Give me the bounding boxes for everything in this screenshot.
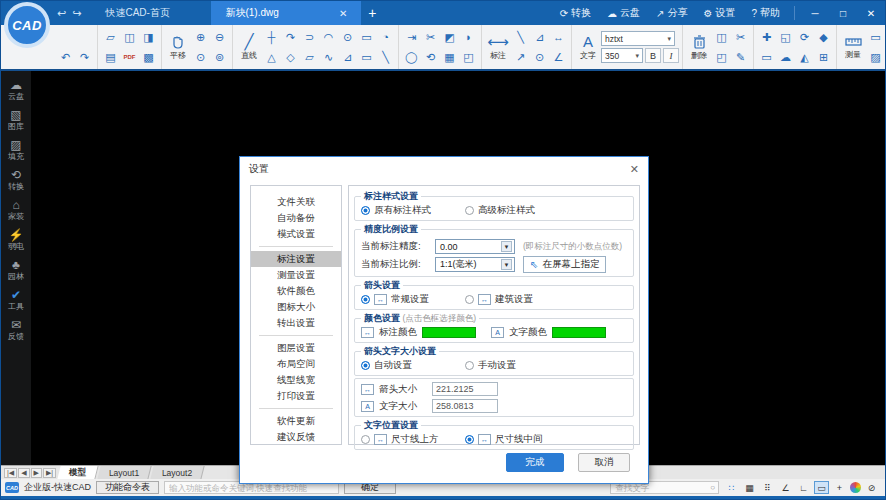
clipboard-icon-0-0[interactable]: ◫ xyxy=(712,27,731,47)
scale-select[interactable]: 1:1(毫米) ▼ xyxy=(435,257,515,272)
dimension-icon-0-1[interactable]: ⊿ xyxy=(530,27,549,47)
draw-icon-0-1[interactable]: ↷ xyxy=(281,27,300,47)
tab-close-icon[interactable]: ✕ xyxy=(339,8,347,19)
dialog-menu-item[interactable]: 转出设置 xyxy=(251,315,341,331)
radio-original-style[interactable]: 原有标注样式 xyxy=(361,204,465,217)
color-wheel-icon[interactable]: ◉ xyxy=(850,482,861,493)
dialog-menu-item[interactable]: 软件颜色 xyxy=(251,283,341,299)
precision-select[interactable]: 0.00 ▼ xyxy=(435,239,515,254)
ortho-icon[interactable]: ∟ xyxy=(796,481,811,494)
dialog-menu-item[interactable]: 软件更新 xyxy=(251,413,341,429)
draw-icon-0-0[interactable]: ┼ xyxy=(262,27,281,47)
polar-tracking-icon[interactable]: ∠ xyxy=(778,481,793,494)
pan-zoom-icon-0-1[interactable]: ⊖ xyxy=(210,27,229,47)
clipboard-icon-1-1[interactable]: ✎ xyxy=(731,47,750,67)
modify-icon-1-2[interactable]: ▦ xyxy=(440,47,459,67)
measure-icon-1-0[interactable]: ▨ xyxy=(866,47,885,67)
arrow-size-input[interactable] xyxy=(432,382,498,396)
back-icon[interactable]: ↩ xyxy=(57,7,66,20)
dimension-big[interactable]: ⟷标注 xyxy=(485,34,511,60)
text-big[interactable]: A文字 xyxy=(575,34,601,60)
radio-text-above-line[interactable]: ↔ 尺寸线上方 xyxy=(361,433,465,446)
dialog-menu-item[interactable]: 线型线宽 xyxy=(251,372,341,388)
draw-icon-1-5[interactable]: ▭ xyxy=(357,47,376,67)
bold-button[interactable]: B xyxy=(645,48,661,63)
draw-big[interactable]: ╱直线 xyxy=(236,34,262,60)
dialog-menu-item[interactable]: 图层设置 xyxy=(251,340,341,356)
dialog-menu-item[interactable]: 测量设置 xyxy=(251,267,341,283)
sidebar-item-tools[interactable]: ✔工具 xyxy=(1,287,31,314)
sidebar-item-hatch[interactable]: ▨填充 xyxy=(1,137,31,164)
layout-nav-1[interactable]: ◀ xyxy=(18,468,29,478)
file-icon-1-1[interactable]: PDF xyxy=(120,47,139,67)
layout-nav-3[interactable]: ▶| xyxy=(43,468,56,478)
file-icon-0-0[interactable]: ▱ xyxy=(101,27,120,47)
modify-icon-0-1[interactable]: ✂ xyxy=(421,27,440,47)
transform-icon-0-2[interactable]: ⟳ xyxy=(795,27,814,47)
new-tab-button[interactable]: + xyxy=(361,1,383,25)
modify-icon-1-0[interactable]: ◯ xyxy=(402,47,421,67)
modify-icon-0-0[interactable]: ⇥ xyxy=(402,27,421,47)
forward-icon[interactable]: ↪ xyxy=(72,7,81,20)
pan-zoom-icon-0-0[interactable]: ⊕ xyxy=(191,27,210,47)
radio-advanced-style[interactable]: 高级标注样式 xyxy=(465,204,569,217)
draw-icon-0-2[interactable]: ⊃ xyxy=(300,27,319,47)
layout-tab-Layout2[interactable]: Layout2 xyxy=(151,466,205,479)
titlebar-share-button[interactable]: ↗分享 xyxy=(648,1,695,25)
dialog-menu-item[interactable]: 模式设置 xyxy=(251,226,341,242)
dimension-icon-1-0[interactable]: ↗ xyxy=(511,47,530,67)
minimize-button[interactable]: ─ xyxy=(801,1,829,25)
transform-icon-1-2[interactable]: ◭ xyxy=(795,47,814,67)
modify-icon-0-3[interactable]: ◗ xyxy=(459,27,478,47)
dynamic-input-icon[interactable]: ▭ xyxy=(814,481,829,494)
clipboard-icon-1-0[interactable]: ◰ xyxy=(712,47,731,67)
dialog-menu-item[interactable]: 布局空间 xyxy=(251,356,341,372)
measure-big[interactable]: 测量 xyxy=(840,35,866,59)
transform-icon-1-0[interactable]: ▭ xyxy=(757,47,776,67)
caret-down-icon[interactable]: ▼ xyxy=(501,241,512,252)
sidebar-item-gallery[interactable]: ▧图库 xyxy=(1,107,31,134)
title-tab-0[interactable]: 快速CAD-首页 xyxy=(91,1,211,25)
titlebar-help-button[interactable]: ?帮助 xyxy=(743,1,788,25)
font-size-select[interactable]: 350▾ xyxy=(601,48,643,63)
sidebar-item-feedback[interactable]: ✉反馈 xyxy=(1,317,31,344)
titlebar-settings-button[interactable]: ⚙设置 xyxy=(695,1,743,25)
transform-icon-0-0[interactable]: ✚ xyxy=(757,27,776,47)
sidebar-item-convert[interactable]: ⟲转换 xyxy=(1,167,31,194)
file-icon-1-2[interactable]: ▩ xyxy=(139,47,158,67)
dialog-menu-item[interactable]: 文件关联 xyxy=(251,194,341,210)
app-logo[interactable]: CAD xyxy=(4,2,50,48)
radio-text-center-line[interactable]: ↔ 尺寸线中间 xyxy=(465,433,569,446)
caret-down-icon[interactable]: ▼ xyxy=(501,259,512,270)
dialog-menu-item[interactable]: 图标大小 xyxy=(251,299,341,315)
draw-icon-0-6[interactable]: ◔ xyxy=(376,27,395,47)
file-icon-1-0[interactable]: ▤ xyxy=(101,47,120,67)
draw-icon-1-3[interactable]: ∿ xyxy=(319,47,338,67)
crosshair-icon[interactable]: + xyxy=(832,481,847,494)
titlebar-cloud-button[interactable]: ☁云盘 xyxy=(599,1,648,25)
radio-architectural-arrow[interactable]: ↔ 建筑设置 xyxy=(465,293,569,306)
dimension-icon-1-1[interactable]: ⊙ xyxy=(530,47,549,67)
layout-nav-0[interactable]: |◀ xyxy=(4,468,17,478)
draw-icon-0-5[interactable]: ▭ xyxy=(357,27,376,47)
sidebar-item-home[interactable]: ⌂家装 xyxy=(1,197,31,224)
radio-auto-size[interactable]: 自动设置 xyxy=(361,359,465,372)
transform-icon-1-3[interactable]: ⊞ xyxy=(814,47,833,67)
dialog-menu-item[interactable]: 打印设置 xyxy=(251,388,341,404)
draw-icon-1-2[interactable]: ▱ xyxy=(300,47,319,67)
clipboard-icon-0-1[interactable]: ✂ xyxy=(731,27,750,47)
dialog-menu-item[interactable]: 自动备份 xyxy=(251,210,341,226)
search-icon[interactable]: ○ xyxy=(707,483,718,492)
layout-tab-模型[interactable]: 模型 xyxy=(58,466,99,479)
cancel-button[interactable]: 取消 xyxy=(578,453,630,472)
close-button[interactable]: ✕ xyxy=(857,1,885,25)
draw-icon-1-6[interactable]: ╲ xyxy=(376,47,395,67)
measure-icon-0-0[interactable]: ▭ xyxy=(866,27,885,47)
transform-icon-0-3[interactable]: ◆ xyxy=(814,27,833,47)
command-list-button[interactable]: 功能命令表 xyxy=(96,481,159,494)
link-icon[interactable]: ⊘ xyxy=(864,481,879,494)
finish-button[interactable]: 完成 xyxy=(506,453,564,472)
history-icon-1-0[interactable]: ↶ xyxy=(56,47,75,67)
font-select[interactable]: hztxt▾ xyxy=(601,31,675,46)
pan-zoom-big[interactable]: 平移 xyxy=(165,34,191,60)
